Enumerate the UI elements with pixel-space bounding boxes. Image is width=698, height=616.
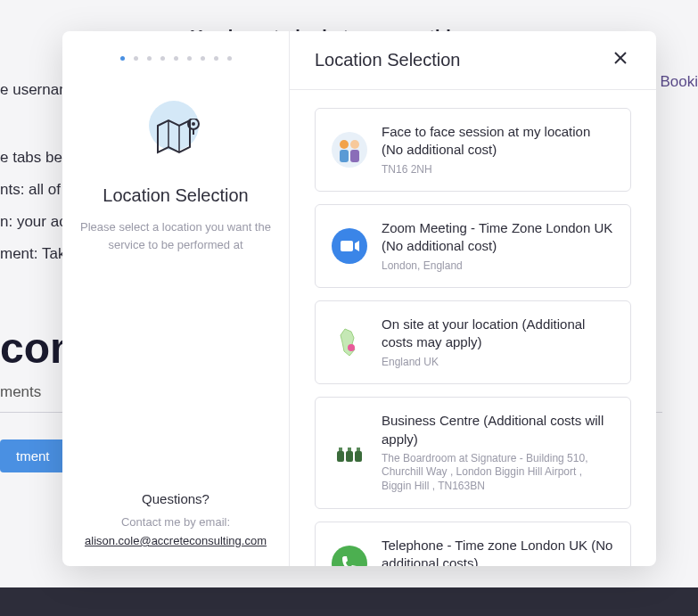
svg-rect-17 bbox=[339, 448, 342, 451]
modal-overlay: Location Selection Please select a locat… bbox=[0, 0, 698, 616]
svg-rect-18 bbox=[348, 448, 351, 451]
close-button[interactable] bbox=[610, 47, 631, 73]
step-indicator bbox=[120, 56, 232, 61]
contact-email-link[interactable]: alison.cole@accreteconsulting.com bbox=[85, 534, 267, 547]
option-text: Telephone - Time zone London UK (No addi… bbox=[382, 537, 614, 566]
svg-rect-10 bbox=[350, 150, 359, 162]
map-uk-icon bbox=[332, 324, 367, 360]
option-title: Business Centre (Additional costs will a… bbox=[382, 412, 614, 448]
option-on-site[interactable]: On site at your location (Additional cos… bbox=[315, 300, 631, 384]
modal-header: Location Selection bbox=[290, 31, 656, 90]
option-subtitle: The Boardroom at Signature - Building 51… bbox=[382, 452, 614, 494]
step-dot bbox=[120, 56, 125, 61]
step-dot bbox=[201, 56, 205, 61]
option-subtitle: London, England bbox=[382, 259, 614, 274]
people-icon bbox=[332, 132, 367, 168]
step-dot bbox=[214, 56, 218, 61]
svg-point-3 bbox=[192, 122, 195, 126]
step-dot bbox=[160, 56, 165, 61]
contact-label: Contact me by email: bbox=[85, 515, 267, 529]
left-panel-footer: Questions? Contact me by email: alison.c… bbox=[85, 491, 267, 548]
option-subtitle: TN16 2NH bbox=[382, 163, 614, 177]
map-pin-icon bbox=[140, 96, 211, 168]
option-text: On site at your location (Additional cos… bbox=[382, 316, 614, 369]
location-selection-modal: Location Selection Please select a locat… bbox=[62, 31, 656, 566]
step-dot bbox=[227, 56, 232, 61]
svg-point-9 bbox=[350, 140, 359, 149]
office-icon bbox=[332, 435, 367, 471]
svg-rect-15 bbox=[346, 451, 353, 462]
option-title: Zoom Meeting - Time Zone London UK (No a… bbox=[382, 219, 614, 256]
option-title: On site at your location (Additional cos… bbox=[382, 316, 614, 352]
svg-rect-12 bbox=[341, 241, 353, 251]
questions-label: Questions? bbox=[85, 491, 267, 506]
left-panel-title: Location Selection bbox=[103, 185, 248, 206]
step-dot bbox=[147, 56, 152, 61]
option-text: Face to face session at my location (No … bbox=[382, 123, 614, 177]
left-panel-subtitle: Please select a location you want the se… bbox=[78, 218, 273, 253]
svg-rect-8 bbox=[340, 150, 349, 162]
option-subtitle: England UK bbox=[382, 356, 614, 370]
option-title: Telephone - Time zone London UK (No addi… bbox=[382, 537, 614, 566]
svg-point-13 bbox=[348, 344, 355, 351]
svg-point-20 bbox=[332, 546, 367, 566]
step-dot bbox=[134, 56, 138, 61]
option-text: Zoom Meeting - Time Zone London UK (No a… bbox=[382, 219, 614, 273]
svg-rect-14 bbox=[337, 451, 344, 462]
step-dot bbox=[174, 56, 178, 61]
close-icon bbox=[613, 51, 628, 65]
svg-rect-16 bbox=[355, 451, 362, 462]
modal-title: Location Selection bbox=[315, 50, 460, 70]
phone-icon bbox=[332, 546, 367, 566]
option-telephone[interactable]: Telephone - Time zone London UK (No addi… bbox=[315, 522, 631, 566]
option-text: Business Centre (Additional costs will a… bbox=[382, 412, 614, 493]
svg-rect-19 bbox=[357, 448, 360, 451]
svg-point-6 bbox=[332, 132, 367, 168]
svg-point-7 bbox=[340, 140, 349, 149]
zoom-icon bbox=[332, 228, 367, 264]
option-title: Face to face session at my location (No … bbox=[382, 123, 614, 160]
option-zoom[interactable]: Zoom Meeting - Time Zone London UK (No a… bbox=[315, 204, 631, 288]
modal-left-panel: Location Selection Please select a locat… bbox=[62, 31, 290, 566]
step-dot bbox=[187, 56, 192, 61]
modal-right-panel: Location Selection bbox=[290, 31, 656, 566]
option-business-centre[interactable]: Business Centre (Additional costs will a… bbox=[315, 397, 631, 508]
options-list[interactable]: Face to face session at my location (No … bbox=[290, 90, 656, 566]
option-face-to-face[interactable]: Face to face session at my location (No … bbox=[315, 108, 631, 192]
